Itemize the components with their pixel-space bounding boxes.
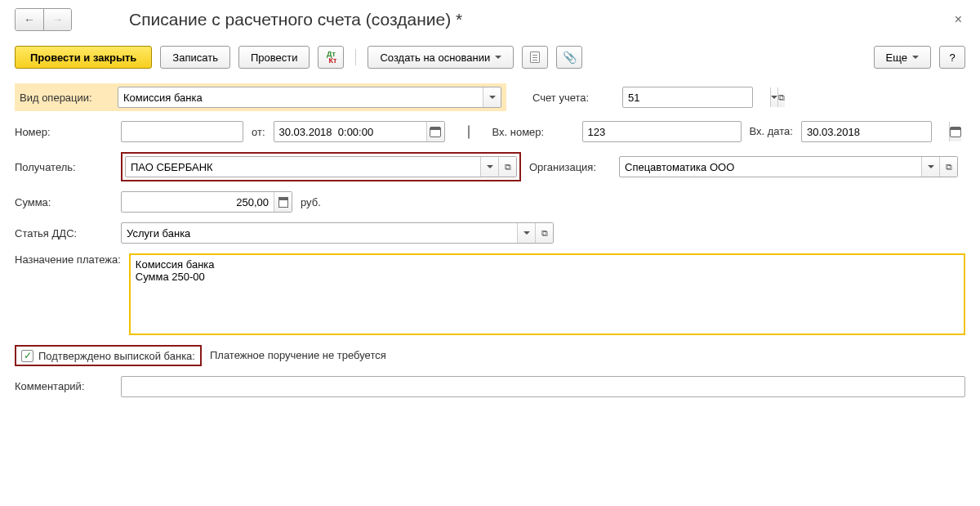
calculator-icon[interactable]	[274, 192, 292, 212]
operation-type-label: Вид операции:	[20, 92, 111, 104]
org-label: Организация:	[529, 161, 611, 173]
in-number-field[interactable]	[582, 121, 742, 142]
org-select[interactable]: ⧉	[619, 156, 958, 177]
document-icon-button[interactable]	[522, 46, 548, 69]
account-select[interactable]: ⧉	[622, 87, 753, 108]
more-label: Еще	[886, 51, 907, 64]
in-date-input[interactable]	[802, 122, 949, 141]
recipient-select[interactable]: ⧉	[125, 156, 517, 177]
create-based-on-button[interactable]: Создать на основании	[368, 46, 514, 69]
purpose-textarea[interactable]	[131, 255, 964, 334]
dropdown-icon[interactable]	[770, 87, 777, 107]
number-label: Номер:	[15, 126, 113, 138]
number-field[interactable]	[121, 121, 243, 142]
org-input[interactable]	[620, 157, 921, 177]
comment-field[interactable]	[121, 376, 965, 397]
close-icon[interactable]: ×	[951, 9, 965, 30]
payment-order-note: Платежное поручение не требуется	[210, 349, 386, 361]
account-input[interactable]	[623, 87, 770, 107]
operation-type-select[interactable]	[118, 87, 501, 108]
purpose-highlight	[129, 253, 965, 335]
comment-input[interactable]	[122, 377, 964, 396]
dropdown-icon[interactable]	[921, 157, 939, 177]
open-icon[interactable]: ⧉	[777, 87, 785, 107]
in-date-field[interactable]	[801, 121, 932, 142]
date-input[interactable]	[274, 122, 426, 141]
recipient-label: Получатель:	[15, 161, 113, 173]
date-field[interactable]	[274, 121, 445, 142]
dtkt-icon: ДтКт	[325, 51, 336, 64]
open-icon[interactable]: ⧉	[939, 157, 957, 177]
account-label: Счет учета:	[532, 92, 614, 104]
operation-type-input[interactable]	[118, 87, 483, 107]
post-and-close-button[interactable]: Провести и закрыть	[15, 46, 152, 69]
toolbar-separator	[355, 49, 356, 65]
nav-back-button[interactable]: ←	[16, 9, 43, 30]
post-button[interactable]: Провести	[238, 46, 310, 69]
in-number-label: Вх. номер:	[492, 126, 574, 138]
sum-label: Сумма:	[15, 196, 113, 208]
number-input[interactable]	[122, 122, 269, 141]
page-title: Списание с расчетного счета (создание) *	[129, 10, 462, 29]
in-number-input[interactable]	[583, 122, 741, 141]
confirmed-highlight: ✓ Подтверждено выпиской банка:	[15, 345, 202, 366]
sum-input[interactable]	[122, 192, 274, 212]
confirmed-label: Подтверждено выпиской банка:	[38, 350, 195, 362]
create-based-label: Создать на основании	[380, 51, 490, 64]
dds-input[interactable]	[122, 223, 517, 243]
operation-type-highlight: Вид операции:	[15, 83, 506, 111]
open-icon[interactable]: ⧉	[535, 223, 553, 243]
dds-select[interactable]: ⧉	[121, 222, 554, 244]
comment-label: Комментарий:	[15, 380, 113, 392]
recipient-input[interactable]	[126, 157, 480, 177]
currency-label: руб.	[301, 196, 321, 208]
in-date-label: Вх. дата:	[750, 127, 793, 137]
dropdown-icon[interactable]	[480, 157, 498, 177]
document-icon	[530, 51, 540, 63]
help-button[interactable]: ?	[939, 46, 965, 69]
save-button[interactable]: Записать	[160, 46, 230, 69]
nav-history: ← →	[15, 8, 72, 31]
sum-field[interactable]	[121, 191, 292, 213]
from-label: от:	[252, 126, 265, 138]
doc-status-icon	[468, 126, 470, 138]
nav-forward-button[interactable]: →	[43, 9, 71, 30]
dtkt-button[interactable]: ДтКт	[318, 46, 344, 69]
chevron-down-icon	[495, 56, 501, 59]
purpose-label: Назначение платежа:	[15, 253, 121, 266]
dds-label: Статья ДДС:	[15, 227, 113, 240]
recipient-highlight: ⧉	[121, 152, 521, 181]
attachment-button[interactable]: 📎	[556, 46, 582, 69]
dropdown-icon[interactable]	[483, 87, 501, 107]
open-icon[interactable]: ⧉	[498, 157, 516, 177]
more-button[interactable]: Еще	[874, 46, 931, 69]
calendar-icon[interactable]	[426, 122, 444, 141]
chevron-down-icon	[912, 56, 919, 59]
paperclip-icon: 📎	[563, 51, 577, 64]
calendar-icon[interactable]	[949, 122, 961, 141]
confirmed-checkbox[interactable]: ✓	[21, 350, 33, 362]
dropdown-icon[interactable]	[517, 223, 535, 243]
